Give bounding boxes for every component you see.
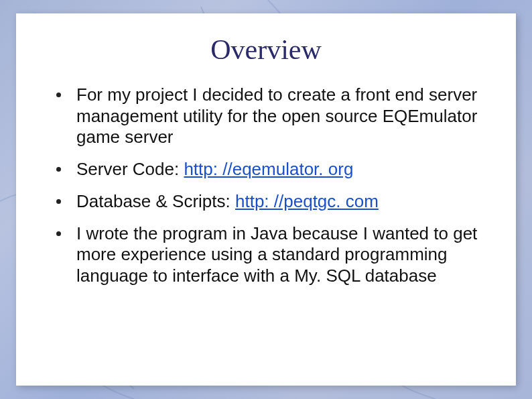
bullet-list: For my project I decided to create a fro… (48, 84, 484, 287)
bullet-prefix: Database & Scripts: (76, 191, 235, 211)
bullet-item: I wrote the program in Java because I wa… (54, 223, 484, 287)
bullet-prefix: Server Code: (76, 159, 184, 179)
bullet-item: For my project I decided to create a fro… (54, 84, 484, 148)
bullet-text: I wrote the program in Java because I wa… (76, 223, 477, 286)
bullet-item: Database & Scripts: http: //peqtgc. com (54, 191, 484, 213)
link-eqemulator[interactable]: http: //eqemulator. org (184, 159, 353, 179)
bullet-item: Server Code: http: //eqemulator. org (54, 159, 484, 180)
link-peqtgc[interactable]: http: //peqtgc. com (235, 191, 379, 211)
slide-title: Overview (48, 34, 484, 66)
slide-content-area: Overview For my project I decided to cre… (16, 13, 516, 386)
bullet-text: For my project I decided to create a fro… (76, 84, 477, 147)
